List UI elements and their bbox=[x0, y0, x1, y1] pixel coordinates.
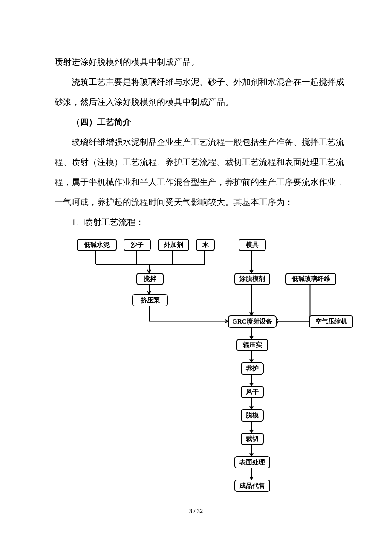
flow-node-release: 涂脱模剂 bbox=[234, 273, 270, 285]
paragraph: 浇筑工艺主要是将玻璃纤维与水泥、砂子、外加剂和水混合在一起搅拌成砂浆，然后注入涂… bbox=[55, 72, 344, 112]
document-body: 喷射进涂好脱模剂的模具中制成产品。 浇筑工艺主要是将玻璃纤维与水泥、砂子、外加剂… bbox=[55, 52, 344, 232]
flowchart-spray-process: 低碱水泥沙子外加剂水模具搅拌涂脱模剂低碱玻璃纤维挤压泵GRC喷射设备空气压缩机辊… bbox=[72, 239, 371, 503]
flow-node-fiber: 低碱玻璃纤维 bbox=[285, 273, 336, 285]
flow-node-sand: 沙子 bbox=[124, 239, 151, 251]
flow-node-cut: 裁切 bbox=[241, 433, 264, 445]
flow-node-air: 空气压缩机 bbox=[309, 315, 353, 328]
flow-node-demold: 脱模 bbox=[241, 409, 264, 422]
page-number: 3 / 32 bbox=[0, 508, 392, 515]
paragraph: 玻璃纤维增强水泥制品企业生产工艺流程一般包括生产准备、搅拌工艺流程、喷射（注模）… bbox=[55, 132, 344, 212]
page-current: 3 bbox=[189, 508, 192, 515]
flow-node-cement: 低碱水泥 bbox=[77, 239, 117, 251]
paragraph: 喷射进涂好脱模剂的模具中制成产品。 bbox=[55, 52, 344, 72]
section-heading: （四）工艺简介 bbox=[55, 112, 344, 132]
flow-node-mold: 模具 bbox=[239, 239, 266, 251]
flow-node-grc: GRC喷射设备 bbox=[228, 315, 277, 328]
flow-node-water: 水 bbox=[196, 239, 215, 251]
flow-node-cure: 养护 bbox=[241, 362, 264, 375]
flow-node-pump: 挤压泵 bbox=[132, 294, 168, 306]
flow-node-product: 成品代售 bbox=[234, 480, 270, 492]
flow-node-additive: 外加剂 bbox=[158, 239, 189, 251]
page-total: 32 bbox=[197, 508, 203, 515]
flow-node-mix: 搅拌 bbox=[136, 273, 164, 285]
flow-node-roll: 辊压实 bbox=[236, 339, 268, 351]
paragraph: 1、喷射工艺流程： bbox=[55, 212, 344, 232]
flow-node-dry: 风干 bbox=[241, 386, 264, 398]
flow-node-surface: 表面处理 bbox=[234, 456, 270, 468]
